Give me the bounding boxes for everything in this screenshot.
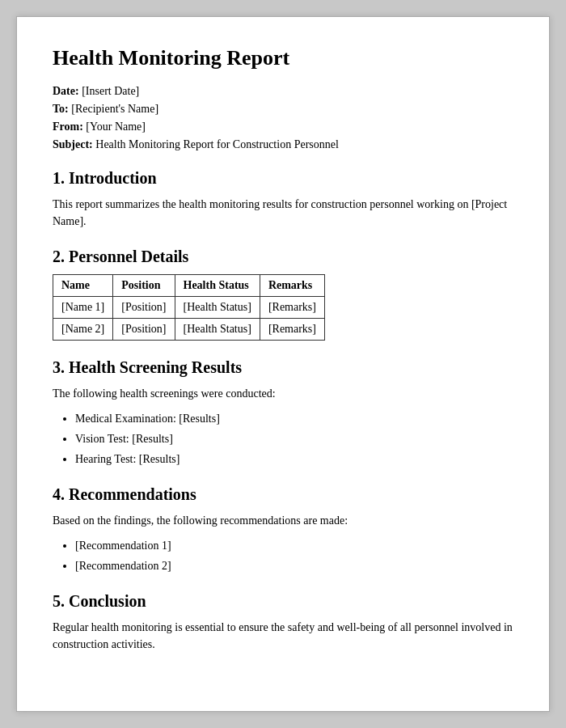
introduction-heading: 1. Introduction — [53, 169, 513, 188]
meta-to: To: [Recipient's Name] — [53, 103, 513, 116]
recommendations-list: [Recommendation 1] [Recommendation 2] — [75, 537, 513, 574]
table-header-row: Name Position Health Status Remarks — [53, 275, 325, 297]
list-item: Hearing Test: [Results] — [75, 451, 513, 468]
personnel-table: Name Position Health Status Remarks [Nam… — [53, 274, 325, 341]
meta-subject: Subject: Health Monitoring Report for Co… — [53, 138, 513, 151]
col-name: Name — [53, 275, 113, 297]
list-item: Vision Test: [Results] — [75, 430, 513, 447]
table-row: [Name 1] [Position] [Health Status] [Rem… — [53, 297, 325, 319]
col-position: Position — [113, 275, 175, 297]
col-remarks: Remarks — [260, 275, 324, 297]
report-title: Health Monitoring Report — [53, 46, 513, 70]
subject-value: Health Monitoring Report for Constructio… — [95, 138, 339, 150]
meta-from: From: [Your Name] — [53, 121, 513, 133]
date-label: Date: — [53, 85, 79, 97]
list-item: [Recommendation 1] — [75, 537, 513, 554]
from-label: From: — [53, 121, 83, 133]
subject-label: Subject: — [53, 138, 93, 150]
list-item: [Recommendation 2] — [75, 557, 513, 574]
to-value: [Recipient's Name] — [71, 103, 158, 115]
report-page: Health Monitoring Report Date: [Insert D… — [16, 16, 550, 712]
recommendations-intro: Based on the findings, the following rec… — [53, 512, 513, 529]
screening-list: Medical Examination: [Results] Vision Te… — [75, 410, 513, 468]
date-value: [Insert Date] — [82, 85, 139, 97]
meta-date: Date: [Insert Date] — [53, 85, 513, 98]
list-item: Medical Examination: [Results] — [75, 410, 513, 427]
row2-remarks: [Remarks] — [260, 319, 324, 341]
row2-name: [Name 2] — [53, 319, 113, 341]
row2-position: [Position] — [113, 319, 175, 341]
from-value: [Your Name] — [86, 121, 146, 133]
table-row: [Name 2] [Position] [Health Status] [Rem… — [53, 319, 325, 341]
col-health-status: Health Status — [175, 275, 260, 297]
screening-heading: 3. Health Screening Results — [53, 358, 513, 377]
conclusion-heading: 5. Conclusion — [53, 592, 513, 611]
row1-health-status: [Health Status] — [175, 297, 260, 319]
recommendations-heading: 4. Recommendations — [53, 485, 513, 504]
row2-health-status: [Health Status] — [175, 319, 260, 341]
screening-intro: The following health screenings were con… — [53, 385, 513, 402]
to-label: To: — [53, 103, 69, 115]
introduction-body: This report summarizes the health monito… — [53, 196, 513, 230]
personnel-heading: 2. Personnel Details — [53, 248, 513, 266]
row1-remarks: [Remarks] — [260, 297, 324, 319]
conclusion-body: Regular health monitoring is essential t… — [53, 619, 513, 653]
row1-name: [Name 1] — [53, 297, 113, 319]
row1-position: [Position] — [113, 297, 175, 319]
